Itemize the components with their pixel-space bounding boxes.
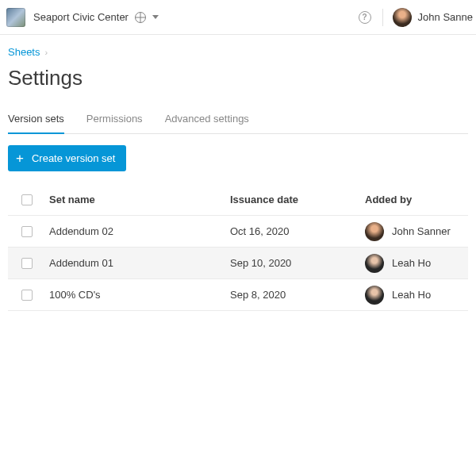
top-bar: Seaport Civic Center ? John Sanne bbox=[0, 0, 476, 35]
row-checkbox[interactable] bbox=[21, 290, 33, 301]
row-checkbox[interactable] bbox=[21, 258, 33, 269]
project-thumbnail[interactable] bbox=[6, 8, 25, 27]
added-by-cell: Leah Ho bbox=[365, 254, 468, 273]
tabs: Version setsPermissionsAdvanced settings bbox=[8, 106, 468, 134]
avatar bbox=[365, 254, 384, 273]
button-label: Create version set bbox=[32, 152, 116, 164]
row-checkbox-cell bbox=[8, 290, 46, 301]
tab-advanced-settings[interactable]: Advanced settings bbox=[165, 106, 249, 134]
issuance-date: Sep 10, 2020 bbox=[230, 257, 365, 269]
avatar[interactable] bbox=[393, 8, 412, 27]
column-header-date[interactable]: Issuance date bbox=[230, 194, 365, 205]
table-row[interactable]: Addendum 01Sep 10, 2020Leah Ho bbox=[8, 248, 468, 279]
version-sets-table: Set name Issuance date Added by Addendum… bbox=[8, 184, 468, 311]
issuance-date: Oct 16, 2020 bbox=[230, 225, 365, 237]
avatar bbox=[365, 222, 384, 241]
set-name: Addendum 02 bbox=[46, 225, 230, 237]
globe-icon[interactable] bbox=[135, 12, 146, 23]
row-checkbox-cell bbox=[8, 258, 46, 269]
added-by-name: John Sanner bbox=[392, 225, 451, 237]
added-by-name: Leah Ho bbox=[392, 289, 431, 301]
plus-icon: + bbox=[16, 152, 24, 165]
row-checkbox[interactable] bbox=[21, 226, 33, 237]
header-checkbox-cell bbox=[8, 194, 46, 205]
column-header-added-by[interactable]: Added by bbox=[365, 194, 468, 205]
added-by-name: Leah Ho bbox=[392, 257, 431, 269]
project-name[interactable]: Seaport Civic Center bbox=[33, 11, 129, 23]
help-icon[interactable]: ? bbox=[359, 11, 371, 24]
avatar bbox=[365, 286, 384, 305]
set-name: Addendum 01 bbox=[46, 257, 230, 269]
chevron-down-icon[interactable] bbox=[152, 15, 159, 19]
set-name: 100% CD's bbox=[46, 289, 230, 301]
chevron-right-icon: › bbox=[44, 48, 48, 57]
column-header-name[interactable]: Set name bbox=[46, 194, 230, 205]
current-user-name[interactable]: John Sanne bbox=[418, 11, 473, 23]
added-by-cell: John Sanner bbox=[365, 222, 468, 241]
create-version-set-button[interactable]: + Create version set bbox=[8, 145, 126, 171]
select-all-checkbox[interactable] bbox=[21, 194, 33, 205]
row-checkbox-cell bbox=[8, 226, 46, 237]
issuance-date: Sep 8, 2020 bbox=[230, 289, 365, 301]
tab-permissions[interactable]: Permissions bbox=[86, 106, 143, 134]
breadcrumb: Sheets › bbox=[8, 35, 468, 61]
tab-version-sets[interactable]: Version sets bbox=[8, 106, 64, 134]
table-row[interactable]: 100% CD'sSep 8, 2020Leah Ho bbox=[8, 279, 468, 311]
divider bbox=[382, 9, 383, 26]
table-row[interactable]: Addendum 02Oct 16, 2020John Sanner bbox=[8, 216, 468, 248]
added-by-cell: Leah Ho bbox=[365, 286, 468, 305]
breadcrumb-parent-link[interactable]: Sheets bbox=[8, 46, 40, 58]
table-header-row: Set name Issuance date Added by bbox=[8, 184, 468, 216]
page-title: Settings bbox=[8, 66, 468, 90]
